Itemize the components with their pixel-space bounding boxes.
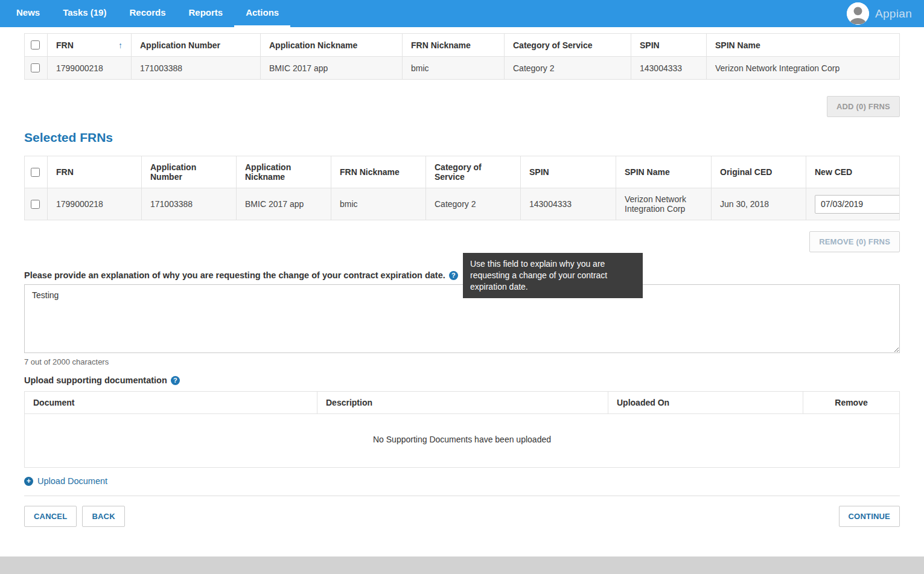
documents-header-document: Document xyxy=(25,392,317,414)
top-nav: News Tasks (19) Records Reports Actions … xyxy=(0,0,924,27)
cell-frn: 1799000218 xyxy=(48,57,132,80)
footer-divider xyxy=(24,496,900,496)
plus-circle-icon: + xyxy=(24,477,33,486)
cell-new-ced xyxy=(806,188,900,220)
back-button[interactable]: BACK xyxy=(82,506,124,527)
documents-empty-row: No Supporting Documents have been upload… xyxy=(25,414,900,468)
help-icon[interactable]: ? xyxy=(171,376,180,385)
upload-documentation-label: Upload supporting documentation xyxy=(24,375,167,385)
results-header-frn: FRN ↑ xyxy=(48,34,132,57)
explanation-tooltip: Use this field to explain why you are re… xyxy=(463,253,643,298)
selected-header-row: FRN Application Number Application Nickn… xyxy=(25,156,900,188)
cell-application-nickname: BMIC 2017 app xyxy=(261,57,403,80)
results-row-checkbox[interactable] xyxy=(31,63,40,72)
cell-spin-name: Verizon Network Integration Corp xyxy=(616,188,712,220)
cell-original-ced: Jun 30, 2018 xyxy=(712,188,806,220)
selected-header-application-nickname: Application Nickname xyxy=(237,156,331,188)
selected-frns-title: Selected FRNs xyxy=(24,130,900,145)
cell-spin-name: Verizon Network Integration Corp xyxy=(707,57,900,80)
explanation-label: Please provide an explanation of why you… xyxy=(24,270,445,280)
selected-header-original-ced: Original CED xyxy=(712,156,806,188)
documents-header-uploaded-on: Uploaded On xyxy=(608,392,803,414)
selected-header-frn: FRN xyxy=(48,156,142,188)
cell-spin: 143004333 xyxy=(521,188,616,220)
results-header-frn-label: FRN xyxy=(56,40,74,50)
cell-spin: 143004333 xyxy=(631,57,707,80)
nav-item-records[interactable]: Records xyxy=(118,0,177,27)
selected-select-all-checkbox[interactable] xyxy=(31,168,40,177)
remove-frns-row: REMOVE (0) FRNS xyxy=(24,231,900,252)
results-header-row: FRN ↑ Application Number Application Nic… xyxy=(25,34,900,57)
add-frns-button[interactable]: ADD (0) FRNS xyxy=(827,96,900,117)
remove-frns-button[interactable]: REMOVE (0) FRNS xyxy=(809,231,900,252)
person-icon xyxy=(847,2,869,25)
selected-header-new-ced: New CED xyxy=(806,156,900,188)
results-header-category-of-service: Category of Service xyxy=(505,34,631,57)
selected-header-frn-nickname: FRN Nickname xyxy=(331,156,426,188)
results-header-spin: SPIN xyxy=(631,34,707,57)
appian-logo: Appian xyxy=(875,7,912,21)
no-documents-message: No Supporting Documents have been upload… xyxy=(25,414,900,468)
documents-table: Document Description Uploaded On Remove … xyxy=(24,391,900,468)
add-frns-row: ADD (0) FRNS xyxy=(24,96,900,117)
nav-right: Appian xyxy=(847,0,924,27)
nav-item-actions[interactable]: Actions xyxy=(234,0,290,27)
help-icon[interactable]: ? xyxy=(449,271,458,280)
cell-application-number: 171003388 xyxy=(142,188,237,220)
upload-document-link[interactable]: + Upload Document xyxy=(24,476,107,486)
results-table-row: 1799000218 171003388 BMIC 2017 app bmic … xyxy=(25,57,900,80)
cell-frn: 1799000218 xyxy=(48,188,142,220)
selected-table-row: 1799000218 171003388 BMIC 2017 app bmic … xyxy=(25,188,900,220)
continue-button[interactable]: CONTINUE xyxy=(839,506,900,527)
nav-item-reports[interactable]: Reports xyxy=(177,0,234,27)
character-counter: 7 out of 2000 characters xyxy=(24,357,900,366)
results-header-spin-name: SPIN Name xyxy=(707,34,900,57)
cell-category-of-service: Category 2 xyxy=(426,188,521,220)
user-avatar[interactable] xyxy=(847,2,869,25)
results-header-application-number: Application Number xyxy=(132,34,261,57)
selected-header-spin-name: SPIN Name xyxy=(616,156,712,188)
selected-header-application-number: Application Number xyxy=(142,156,237,188)
cell-application-number: 171003388 xyxy=(132,57,261,80)
nav-item-tasks[interactable]: Tasks (19) xyxy=(51,0,118,27)
documents-header-remove: Remove xyxy=(803,392,900,414)
selected-row-checkbox[interactable] xyxy=(31,200,40,209)
documents-header-description: Description xyxy=(317,392,608,414)
upload-document-label: Upload Document xyxy=(37,476,107,486)
cancel-button[interactable]: CANCEL xyxy=(24,506,77,527)
nav-menu: News Tasks (19) Records Reports Actions xyxy=(0,0,290,27)
sort-ascending-icon[interactable]: ↑ xyxy=(118,40,123,50)
cell-application-nickname: BMIC 2017 app xyxy=(237,188,331,220)
cell-category-of-service: Category 2 xyxy=(505,57,631,80)
frn-search-results-table: FRN ↑ Application Number Application Nic… xyxy=(24,33,900,80)
selected-frns-table: FRN Application Number Application Nickn… xyxy=(24,156,900,220)
main-content: FRN ↑ Application Number Application Nic… xyxy=(0,27,924,556)
new-ced-input[interactable] xyxy=(815,195,900,214)
documents-header-row: Document Description Uploaded On Remove xyxy=(25,392,900,414)
upload-label-row: Upload supporting documentation ? xyxy=(24,375,900,385)
results-header-frn-nickname: FRN Nickname xyxy=(403,34,505,57)
results-select-all-checkbox[interactable] xyxy=(31,40,40,49)
explanation-label-row: Please provide an explanation of why you… xyxy=(24,270,900,280)
explanation-textarea[interactable]: Testing xyxy=(24,284,900,353)
cell-frn-nickname: bmic xyxy=(331,188,426,220)
selected-header-spin: SPIN xyxy=(521,156,616,188)
results-header-application-nickname: Application Nickname xyxy=(261,34,403,57)
nav-item-news[interactable]: News xyxy=(5,0,51,27)
footer-buttons: CANCEL BACK CONTINUE xyxy=(24,506,900,527)
cell-frn-nickname: bmic xyxy=(403,57,505,80)
selected-header-category-of-service: Category of Service xyxy=(426,156,521,188)
